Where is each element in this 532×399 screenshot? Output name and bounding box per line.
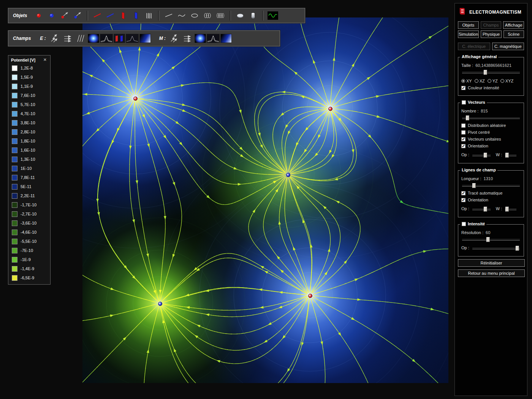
plane-radio-yz[interactable]: YZ xyxy=(488,79,498,83)
slider-thumb[interactable] xyxy=(484,70,487,75)
plane-radio-xz[interactable]: XZ xyxy=(475,79,485,83)
longueur-slider[interactable] xyxy=(461,183,521,188)
toolbar-champs: Champs E : M : xyxy=(8,30,280,46)
vecteurs-op-slider[interactable] xyxy=(472,152,491,158)
m-vector-field-icon[interactable] xyxy=(169,33,180,44)
checkbox-box[interactable] xyxy=(461,137,466,141)
lignes-op-slider[interactable] xyxy=(472,206,491,212)
checkbox-label: Couleur intensité xyxy=(468,86,499,90)
vecteurs-checkbox-distribution-al-atoire[interactable]: Distribution aléatoire xyxy=(461,123,521,128)
intensite-enable-checkbox[interactable] xyxy=(462,222,466,226)
vecteurs-w-slider[interactable] xyxy=(504,152,517,158)
e-surface-plot-icon[interactable] xyxy=(101,33,112,44)
nav-button-affichage[interactable]: Affichage xyxy=(503,21,524,29)
checkbox-box[interactable] xyxy=(461,124,466,128)
lignes-w-slider[interactable] xyxy=(504,206,517,212)
slider-thumb[interactable] xyxy=(484,153,487,158)
ac-source-icon[interactable] xyxy=(267,10,279,21)
nav-button-simulation[interactable]: Simulation xyxy=(458,30,479,38)
plane-radio-xyz[interactable]: XYZ xyxy=(500,79,513,83)
resolution-slider[interactable] xyxy=(461,237,521,242)
positive-charge-marker[interactable] xyxy=(133,97,138,101)
nav-button-physique[interactable]: Physique xyxy=(481,30,501,38)
simulation-canvas[interactable] xyxy=(82,17,448,383)
e-uniform-arrows-icon[interactable] xyxy=(62,33,73,44)
positive-charge-marker[interactable] xyxy=(308,294,312,298)
positive-line-charge-icon[interactable] xyxy=(92,10,103,21)
e-glow-map-icon[interactable] xyxy=(88,33,99,44)
radio-dot[interactable] xyxy=(500,79,504,83)
straight-wire-icon[interactable] xyxy=(163,10,174,21)
taille-slider[interactable] xyxy=(461,70,521,75)
e-field-lines-icon[interactable] xyxy=(75,33,86,44)
checkbox-box[interactable] xyxy=(461,130,466,135)
slider-track[interactable] xyxy=(462,72,520,73)
checkbox-box[interactable] xyxy=(461,144,466,148)
tight-solenoid-icon[interactable] xyxy=(215,10,226,21)
vecteurs-checkbox-vecteurs-unitaires[interactable]: Vecteurs unitaires xyxy=(461,137,521,141)
negative-point-charge-icon[interactable] xyxy=(46,10,57,21)
moving-positive-charge-icon[interactable] xyxy=(59,10,70,21)
positive-plate-icon[interactable] xyxy=(117,10,129,21)
m-gradient-map-icon[interactable] xyxy=(220,33,232,44)
moving-negative-charge-icon[interactable] xyxy=(72,10,83,21)
radio-dot[interactable] xyxy=(461,79,465,83)
current-loop-icon[interactable] xyxy=(189,10,200,21)
e-gradient-map-icon[interactable] xyxy=(139,33,151,44)
tab-champ-magnetique[interactable]: C. magnétique xyxy=(492,43,524,50)
slider-thumb[interactable] xyxy=(484,207,487,212)
retour-menu-button[interactable]: Retour au menu principal xyxy=(458,269,525,277)
lignes-checkbox-trac--automatique[interactable]: Tracé automatique xyxy=(461,191,521,195)
slider-thumb[interactable] xyxy=(466,116,469,120)
nombre-label: Nombre : xyxy=(461,109,478,113)
negative-charge-marker[interactable] xyxy=(286,173,290,177)
checkbox-box[interactable] xyxy=(461,191,466,195)
curved-wire-icon[interactable] xyxy=(176,10,187,21)
negative-line-charge-icon[interactable] xyxy=(104,10,116,21)
vecteurs-checkbox-pivot-centr-[interactable]: Pivot centré xyxy=(461,130,521,135)
negative-plate-icon[interactable] xyxy=(130,10,142,21)
plane-radio-xy[interactable]: XY xyxy=(461,79,472,83)
m-uniform-arrows-icon[interactable] xyxy=(182,33,193,44)
m-surface-plot-icon[interactable] xyxy=(207,33,219,44)
negative-charge-marker[interactable] xyxy=(158,302,162,306)
m-field-label: M : xyxy=(156,36,169,41)
capacitor-icon[interactable] xyxy=(143,10,155,21)
nombre-slider[interactable] xyxy=(461,115,521,121)
vecteurs-enable-checkbox[interactable] xyxy=(462,100,466,104)
slider-track[interactable] xyxy=(472,209,491,210)
nav-button-scne[interactable]: Scène xyxy=(504,30,524,38)
intensite-title: Intensité xyxy=(468,222,485,226)
slider-track[interactable] xyxy=(472,155,491,156)
radio-dot[interactable] xyxy=(488,79,491,83)
reinitialiser-button[interactable]: Réinitialiser xyxy=(458,259,525,267)
disc-magnet-icon[interactable] xyxy=(234,10,246,21)
e-charge-plates-icon[interactable] xyxy=(114,33,125,44)
intensite-op-slider[interactable] xyxy=(472,245,521,251)
checkbox-box[interactable] xyxy=(461,198,466,202)
checkbox-box[interactable] xyxy=(461,86,466,90)
positive-point-charge-icon[interactable] xyxy=(33,10,44,21)
e-vector-field-icon[interactable] xyxy=(49,33,60,44)
vecteurs-checkbox-orientation[interactable]: Orientation xyxy=(461,144,521,148)
slider-track[interactable] xyxy=(462,117,520,119)
positive-charge-marker[interactable] xyxy=(328,107,332,111)
slider-track[interactable] xyxy=(472,248,520,249)
e-surface-plot-alt-icon[interactable] xyxy=(127,33,138,44)
slider-track[interactable] xyxy=(462,239,520,241)
m-glow-map-icon[interactable] xyxy=(195,33,206,44)
toolbar-objets: Objets xyxy=(8,8,305,23)
couleur-intensite-checkbox[interactable]: Couleur intensité xyxy=(461,86,521,90)
radio-dot[interactable] xyxy=(475,79,478,83)
solenoid-icon[interactable] xyxy=(202,10,213,21)
slider-thumb[interactable] xyxy=(505,153,509,158)
lignes-checkbox-orientation[interactable]: Orientation xyxy=(461,198,521,202)
cylinder-magnet-icon[interactable] xyxy=(247,10,259,21)
slider-thumb[interactable] xyxy=(486,237,490,242)
nav-button-objets[interactable]: Objets xyxy=(458,21,479,29)
legend-close-button[interactable]: ✕ xyxy=(43,57,48,62)
slider-track[interactable] xyxy=(462,185,520,187)
slider-thumb[interactable] xyxy=(472,183,476,188)
slider-thumb[interactable] xyxy=(516,246,519,251)
slider-thumb[interactable] xyxy=(505,207,509,212)
